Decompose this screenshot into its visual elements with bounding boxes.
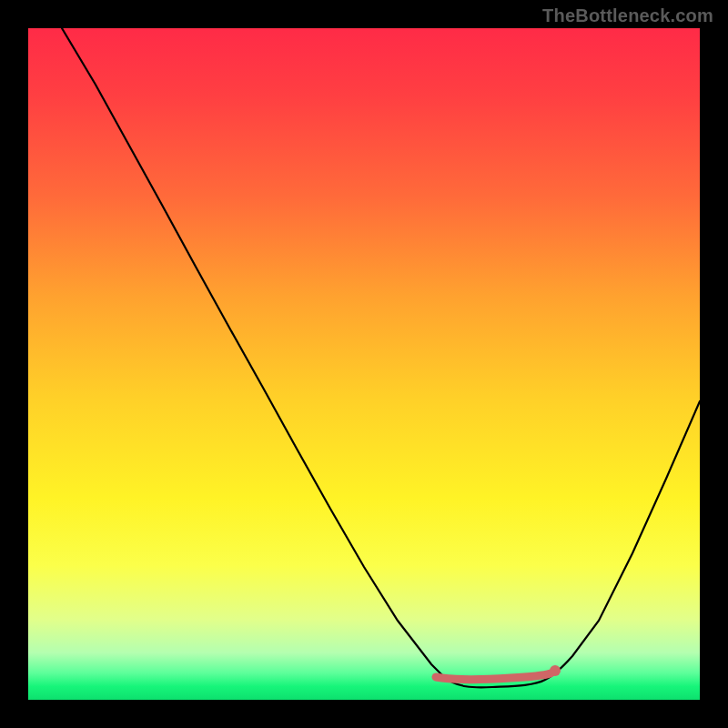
chart-container: TheBottleneck.com	[0, 0, 728, 728]
highlight-segment	[436, 673, 551, 680]
highlight-marker	[550, 665, 561, 676]
bottleneck-curve	[62, 28, 700, 687]
chart-svg	[28, 28, 700, 700]
plot-area	[28, 28, 700, 700]
attribution-label: TheBottleneck.com	[542, 5, 713, 26]
